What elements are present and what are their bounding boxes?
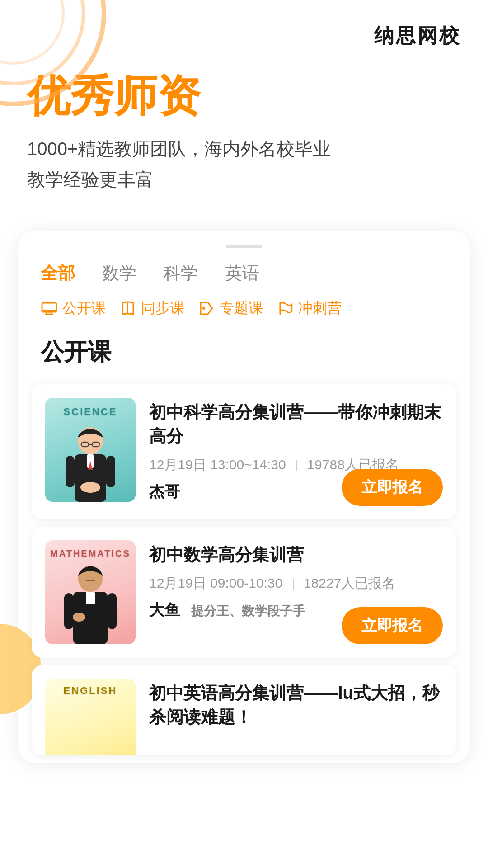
flag-icon [277,300,294,317]
filter-topic-class-label: 专题课 [220,298,263,318]
tab-all[interactable]: 全部 [41,262,75,285]
register-button-science[interactable]: 立即报名 [342,469,443,506]
filter-sync-class-label: 同步课 [141,298,184,318]
filter-open-class-label: 公开课 [62,298,106,318]
svg-rect-22 [86,592,95,604]
course-subject-label-science: SCIENCE [45,406,136,418]
drag-indicator [226,245,262,248]
filter-open-class[interactable]: 公开课 [41,298,106,318]
hero-title: 优秀师资 [27,72,461,120]
filter-topic-class[interactable]: 专题课 [198,298,263,318]
course-name-math: 初中数学高分集训营 [149,543,443,567]
tab-science[interactable]: 科学 [164,262,198,285]
filter-sprint-camp-label: 冲刺营 [298,298,342,318]
course-subject-label-math: MATHEMATICS [45,548,136,559]
book-icon [119,300,136,317]
course-name-english: 初中英语高分集训营——lu式大招，秒杀阅读难题！ [149,681,443,729]
tab-bar: 全部 数学 科学 英语 [18,262,470,298]
time-divider-math [293,579,294,590]
course-time-math: 12月19日 09:00-10:30 18227人已报名 [149,574,443,593]
hero-subtitle: 1000+精选教师团队，海内外名校毕业教学经验更丰富 [27,133,461,195]
svg-rect-17 [66,456,75,487]
tag-icon [198,300,215,317]
teacher-tags-math: 提分王、数学段子手 [191,604,305,618]
course-card-math: MATHEMATICS 初中数学高分集训营 [32,527,456,658]
tab-math[interactable]: 数学 [102,262,136,285]
course-info-english: 初中英语高分集训营——lu式大招，秒杀阅读难题！ [149,679,443,736]
teacher-figure-math [54,558,127,644]
main-card: 全部 数学 科学 英语 公开课 同步课 [18,231,470,763]
svg-rect-23 [64,593,73,629]
section-title: 公开课 [18,332,470,377]
teacher-figure-science [54,420,127,502]
course-thumb-math: MATHEMATICS [45,540,136,644]
svg-rect-24 [108,593,117,629]
time-divider [296,460,297,471]
course-thumb-science: SCIENCE [45,398,136,502]
screen-icon [41,300,58,317]
filter-bar: 公开课 同步课 专题课 [18,298,470,332]
course-card-english: ENGLISH 初中英语高分集训营——lu式大招，秒杀阅读难题！ [32,665,456,755]
course-thumb-english: ENGLISH [45,679,136,755]
svg-rect-18 [106,456,115,487]
svg-point-19 [80,482,100,493]
course-name-science: 初中科学高分集训营——带你冲刺期末高分 [149,401,443,448]
register-button-math[interactable]: 立即报名 [342,607,443,644]
filter-sprint-camp[interactable]: 冲刺营 [277,298,342,318]
course-card-science: SCIENCE [32,384,456,519]
filter-sync-class[interactable]: 同步课 [119,298,184,318]
course-subject-label-english: ENGLISH [45,685,136,697]
hero-section: 优秀师资 1000+精选教师团队，海内外名校毕业教学经验更丰富 [0,58,488,213]
header: 纳思网校 [0,0,488,58]
svg-point-8 [202,307,205,310]
logo: 纳思网校 [374,23,461,49]
svg-point-25 [73,613,85,622]
tab-english[interactable]: 英语 [225,262,259,285]
